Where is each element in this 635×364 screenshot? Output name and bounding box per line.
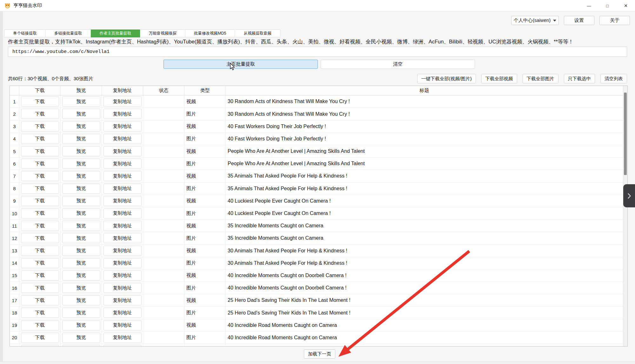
window-controls: — □ × — [580, 0, 635, 11]
user-center-dropdown[interactable]: 个人中心(saiwen) — [511, 16, 559, 25]
row-preview-button[interactable]: 预览 — [62, 109, 100, 119]
toolbar-button[interactable]: 下载全部图片 — [523, 74, 558, 83]
row-copy-button[interactable]: 复制地址 — [104, 184, 142, 194]
row-download-button[interactable]: 下载 — [21, 221, 59, 231]
tab-4[interactable]: 万能音视频嗅探 — [140, 29, 186, 37]
row-download-button[interactable]: 下载 — [21, 345, 59, 346]
tab-3[interactable]: 作者主页批量提取 — [91, 29, 140, 37]
row-copy-button[interactable]: 复制地址 — [104, 146, 142, 156]
row-copy-button[interactable]: 复制地址 — [104, 270, 142, 281]
scrollbar-thumb[interactable] — [624, 93, 627, 175]
row-preview-button[interactable]: 预览 — [62, 196, 100, 206]
row-download-button[interactable]: 下载 — [21, 109, 59, 119]
header-status: 状态 — [143, 86, 184, 95]
row-copy-button[interactable]: 复制地址 — [104, 333, 142, 343]
row-download-button[interactable]: 下载 — [21, 196, 59, 206]
row-index: 4 — [10, 133, 19, 145]
row-copy-button[interactable]: 复制地址 — [104, 208, 142, 218]
row-copy-button[interactable]: 复制地址 — [104, 134, 142, 144]
row-copy-button[interactable]: 复制地址 — [104, 109, 142, 119]
row-preview-button[interactable]: 预览 — [62, 270, 100, 281]
row-copy-button[interactable]: 复制地址 — [104, 221, 142, 231]
row-copy-button[interactable]: 复制地址 — [104, 308, 142, 318]
row-download-button[interactable]: 下载 — [21, 308, 59, 318]
row-copy-button[interactable]: 复制地址 — [104, 246, 142, 256]
row-download-button[interactable]: 下载 — [21, 121, 59, 132]
row-preview-button[interactable]: 预览 — [62, 146, 100, 156]
toolbar-button[interactable]: 下载全部视频 — [481, 74, 517, 83]
toolbar-button[interactable]: 清空列表 — [600, 74, 627, 83]
row-copy-button[interactable]: 复制地址 — [104, 320, 142, 330]
row-status — [143, 207, 184, 219]
tab-2[interactable]: 多链接批量提取 — [45, 29, 91, 37]
row-preview-button[interactable]: 预览 — [62, 208, 100, 218]
row-copy-button[interactable]: 复制地址 — [104, 121, 142, 132]
row-preview-button[interactable]: 预览 — [62, 320, 100, 330]
row-download-button[interactable]: 下载 — [21, 96, 59, 107]
row-copy-button[interactable]: 复制地址 — [104, 171, 142, 181]
row-download-button[interactable]: 下载 — [21, 233, 59, 243]
row-preview-button[interactable]: 预览 — [62, 283, 100, 293]
row-download-button[interactable]: 下载 — [21, 208, 59, 218]
row-preview-button[interactable]: 预览 — [62, 308, 100, 318]
row-preview-button[interactable]: 预览 — [62, 96, 100, 107]
row-download-button[interactable]: 下载 — [21, 295, 59, 305]
row-download-button[interactable]: 下载 — [21, 320, 59, 330]
clear-input-button[interactable]: 清空 — [321, 60, 475, 69]
vertical-scrollbar[interactable] — [623, 86, 627, 346]
table-row: 1 下载 预览 复制地址 视频 30 Random Acts of Kindne… — [10, 95, 623, 108]
row-preview-button[interactable]: 预览 — [62, 171, 100, 181]
row-preview-button[interactable]: 预览 — [62, 221, 100, 231]
row-preview-button[interactable]: 预览 — [62, 258, 100, 268]
home-batch-extract-button[interactable]: 主页批量提取 — [164, 60, 318, 69]
row-copy-button[interactable]: 复制地址 — [104, 233, 142, 243]
row-download-button[interactable]: 下载 — [21, 246, 59, 256]
row-copy-button[interactable]: 复制地址 — [104, 295, 142, 305]
row-copy-button[interactable]: 复制地址 — [104, 196, 142, 206]
account-row: 个人中心(saiwen) 设置 关于 — [511, 16, 630, 25]
row-copy-button[interactable]: 复制地址 — [104, 159, 142, 169]
url-input[interactable] — [8, 47, 627, 57]
row-preview-button[interactable]: 预览 — [62, 246, 100, 256]
maximize-icon[interactable]: □ — [598, 0, 617, 11]
row-preview-button[interactable]: 预览 — [62, 333, 100, 343]
row-download-button[interactable]: 下载 — [21, 258, 59, 268]
row-download-button[interactable]: 下载 — [21, 333, 59, 343]
tab-1[interactable]: 单个链接提取 — [4, 29, 46, 37]
header-copy: 复制地址 — [102, 86, 143, 95]
load-next-page-button[interactable]: 加载下一页 — [304, 349, 335, 359]
close-icon[interactable]: × — [617, 0, 635, 11]
table-row: 9 下载 预览 复制地址 视频 40 Luckiest People Ever … — [10, 195, 623, 207]
row-preview-button[interactable]: 预览 — [62, 295, 100, 305]
row-download-button[interactable]: 下载 — [21, 146, 59, 156]
row-download-button[interactable]: 下载 — [21, 134, 59, 144]
row-title: 40 Incredible Road Moments Caught on Cam… — [226, 332, 623, 344]
settings-button[interactable]: 设置 — [564, 16, 594, 25]
row-download-button[interactable]: 下载 — [21, 270, 59, 281]
side-drawer-handle[interactable] — [623, 184, 635, 207]
row-copy-button[interactable]: 复制地址 — [104, 345, 142, 346]
row-copy-button[interactable]: 复制地址 — [104, 258, 142, 268]
row-preview-button[interactable]: 预览 — [62, 184, 100, 194]
minimize-icon[interactable]: — — [580, 0, 598, 11]
toolbar-button[interactable]: 只下载选中 — [564, 74, 595, 83]
row-preview-button[interactable]: 预览 — [62, 121, 100, 132]
row-index: 2 — [10, 108, 19, 120]
row-preview-button[interactable]: 预览 — [62, 233, 100, 243]
row-download-button[interactable]: 下载 — [21, 159, 59, 169]
toolbar-button[interactable]: 一键下载全部(视频/图片) — [417, 74, 476, 83]
description-text: 作者主页批量提取，支持TikTok、Instagram(作者主页、Hashtag… — [8, 38, 627, 45]
tab-6[interactable]: 从视频提取音频 — [235, 29, 280, 37]
row-preview-button[interactable]: 预览 — [62, 159, 100, 169]
row-preview-button[interactable]: 预览 — [62, 345, 100, 346]
tab-5[interactable]: 批量修改视频MD5 — [185, 29, 235, 37]
about-button[interactable]: 关于 — [599, 16, 630, 25]
row-copy-button[interactable]: 复制地址 — [104, 96, 142, 107]
row-download-button[interactable]: 下载 — [21, 283, 59, 293]
row-preview-button[interactable]: 预览 — [62, 134, 100, 144]
row-copy-button[interactable]: 复制地址 — [104, 283, 142, 293]
row-download-button[interactable]: 下载 — [21, 171, 59, 181]
download-toolbar: 一键下载全部(视频/图片)下载全部视频下载全部图片只下载选中清空列表 — [417, 74, 627, 83]
row-status — [143, 232, 184, 244]
row-download-button[interactable]: 下载 — [21, 184, 59, 194]
